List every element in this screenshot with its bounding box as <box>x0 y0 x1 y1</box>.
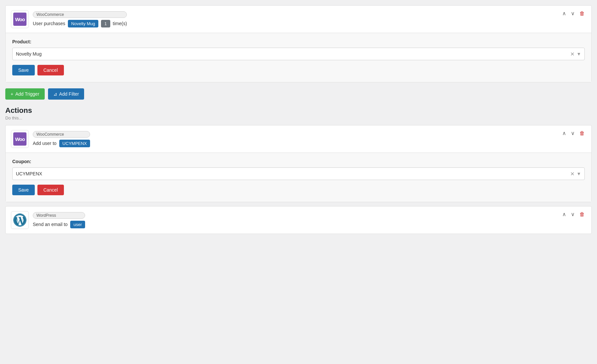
woo-logo-trigger: Woo <box>11 10 29 28</box>
action2-desc-prefix: Send an email to <box>33 222 68 227</box>
trigger-badge: WooCommerce <box>33 11 127 18</box>
action1-cancel-button[interactable]: Cancel <box>37 185 64 195</box>
add-filter-label: Add Filter <box>59 91 79 97</box>
action-block-2: WordPress Send an email to user ∧ ∨ 🗑 <box>5 206 592 234</box>
trigger-times-tag[interactable]: 1 <box>101 20 110 27</box>
add-filter-button[interactable]: ⊿ Add Filter <box>48 88 84 100</box>
actions-title: Actions <box>5 106 592 115</box>
action-block-1: Woo WooCommerce Add user to UCYMPENX ∧ ∨… <box>5 125 592 202</box>
action2-block-controls: ∧ ∨ 🗑 <box>561 211 586 218</box>
trigger-block-body: Product: Novelty Mug ✕ ▼ Save Cancel <box>6 33 591 82</box>
action1-coupon-select[interactable]: UCYMPENX ✕ ▼ <box>12 167 585 180</box>
action1-field-label: Coupon: <box>12 159 585 164</box>
trigger-description: User purchases Novelty Mug 1 time(s) <box>33 20 127 27</box>
trigger-product-select[interactable]: Novelty Mug ✕ ▼ <box>12 48 585 60</box>
trigger-product-value: Novelty Mug <box>16 51 570 57</box>
trigger-product-clear-icon[interactable]: ✕ <box>570 51 574 57</box>
action-block-1-header: Woo WooCommerce Add user to UCYMPENX <box>6 125 591 153</box>
action1-delete-button[interactable]: 🗑 <box>578 130 586 137</box>
trigger-block-controls: ∧ ∨ 🗑 <box>561 10 586 17</box>
action1-move-up-button[interactable]: ∧ <box>561 130 568 137</box>
trigger-move-up-button[interactable]: ∧ <box>561 10 568 17</box>
trigger-block-header: Woo WooCommerce User purchases Novelty M… <box>6 6 591 33</box>
action2-badge: WordPress <box>33 212 85 219</box>
action1-coupon-tag[interactable]: UCYMPENX <box>59 140 90 147</box>
trigger-btn-row: Save Cancel <box>12 65 585 75</box>
action1-badge: WooCommerce <box>33 131 90 138</box>
add-trigger-icon: + <box>11 91 13 97</box>
action1-block-body: Coupon: UCYMPENX ✕ ▼ Save Cancel <box>6 153 591 202</box>
wordpress-icon <box>13 213 26 227</box>
woo-icon-action1: Woo <box>13 132 26 146</box>
action2-description: Send an email to user <box>33 221 85 228</box>
woo-icon: Woo <box>13 13 26 26</box>
action-bar: + Add Trigger ⊿ Add Filter <box>5 88 592 100</box>
action-block-2-header: WordPress Send an email to user <box>6 206 591 234</box>
action1-coupon-value: UCYMPENX <box>16 171 570 176</box>
action1-save-button[interactable]: Save <box>12 185 35 195</box>
action2-delete-button[interactable]: 🗑 <box>578 211 586 218</box>
action1-btn-row: Save Cancel <box>12 185 585 195</box>
action1-coupon-arrow-icon[interactable]: ▼ <box>576 171 581 176</box>
action2-move-up-button[interactable]: ∧ <box>561 211 568 218</box>
wp-logo-action2 <box>11 211 29 229</box>
actions-section: Actions Do this... <box>5 106 592 120</box>
trigger-move-down-button[interactable]: ∨ <box>570 10 576 17</box>
action2-user-tag[interactable]: user <box>70 221 85 228</box>
trigger-save-button[interactable]: Save <box>12 65 35 75</box>
trigger-field-label: Product: <box>12 39 585 44</box>
add-filter-icon: ⊿ <box>53 91 57 97</box>
trigger-desc-suffix: time(s) <box>113 21 127 26</box>
action2-move-down-button[interactable]: ∨ <box>570 211 576 218</box>
add-trigger-label: Add Trigger <box>15 91 39 97</box>
action1-description: Add user to UCYMPENX <box>33 140 90 147</box>
action1-coupon-clear-icon[interactable]: ✕ <box>570 171 574 177</box>
action1-move-down-button[interactable]: ∨ <box>570 130 576 137</box>
trigger-cancel-button[interactable]: Cancel <box>37 65 64 75</box>
trigger-product-arrow-icon[interactable]: ▼ <box>576 51 581 57</box>
actions-subtitle: Do this... <box>5 115 592 120</box>
action1-desc-prefix: Add user to <box>33 141 57 146</box>
trigger-product-tag[interactable]: Novelty Mug <box>68 20 98 27</box>
trigger-delete-button[interactable]: 🗑 <box>578 10 586 17</box>
action1-block-controls: ∧ ∨ 🗑 <box>561 130 586 137</box>
woo-logo-action1: Woo <box>11 130 29 148</box>
trigger-desc-prefix: User purchases <box>33 21 65 26</box>
add-trigger-button[interactable]: + Add Trigger <box>5 88 45 100</box>
trigger-block: Woo WooCommerce User purchases Novelty M… <box>5 5 592 82</box>
